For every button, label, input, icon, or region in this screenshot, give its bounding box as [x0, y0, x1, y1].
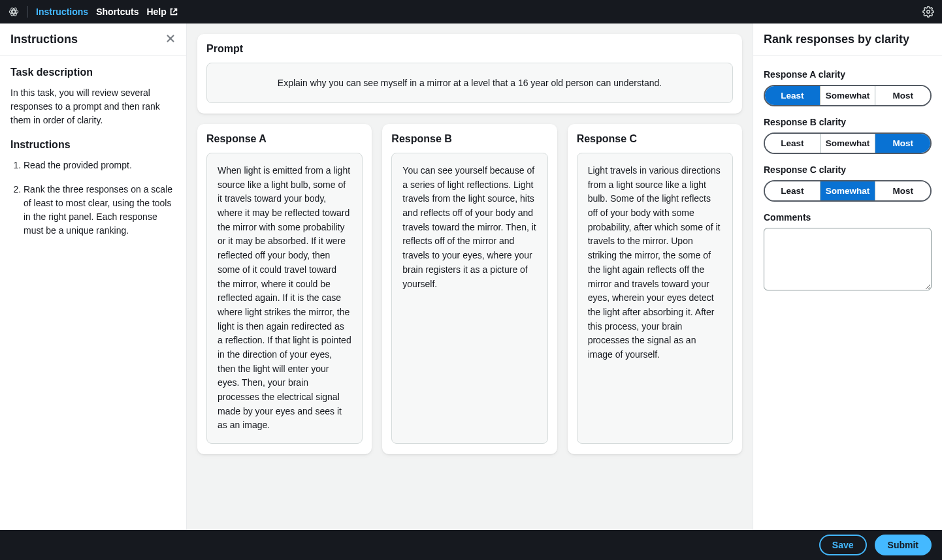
content-panel: Prompt Explain why you can see myself in… — [187, 23, 753, 530]
instructions-title: Instructions — [10, 33, 78, 46]
instruction-step: Rank the three responses on a scale of l… — [24, 183, 176, 238]
task-description-heading: Task description — [10, 67, 176, 78]
response-b-least-button[interactable]: Least — [765, 134, 820, 153]
nav-help-label: Help — [146, 7, 166, 17]
response-a-text: When light is emitted from a light sourc… — [206, 153, 363, 444]
response-b-most-button[interactable]: Most — [875, 134, 930, 153]
instructions-heading: Instructions — [10, 139, 176, 151]
prompt-card: Prompt Explain why you can see myself in… — [197, 34, 742, 114]
response-a-least-button[interactable]: Least — [765, 86, 820, 105]
prompt-label: Prompt — [206, 43, 733, 55]
topbar: Instructions Shortcuts Help — [0, 0, 942, 23]
close-instructions-button[interactable] — [165, 33, 176, 46]
response-b-clarity-selector: Least Somewhat Most — [764, 132, 932, 154]
response-c-card: Response C Light travels in various dire… — [568, 124, 742, 454]
comments-label: Comments — [764, 212, 932, 223]
response-b-text: You can see yourself because of a series… — [391, 153, 547, 444]
response-a-label: Response A — [206, 133, 363, 145]
close-icon — [165, 33, 176, 44]
bottombar: Save Submit — [0, 530, 942, 560]
ranking-header: Rank responses by clarity — [753, 23, 942, 56]
response-c-least-button[interactable]: Least — [765, 181, 820, 200]
response-c-clarity-label: Response C clarity — [764, 164, 932, 175]
response-a-clarity-selector: Least Somewhat Most — [764, 85, 932, 106]
instructions-body: Task description In this task, you will … — [0, 56, 186, 258]
response-a-most-button[interactable]: Most — [875, 86, 930, 105]
nav-instructions[interactable]: Instructions — [36, 7, 88, 17]
response-b-label: Response B — [391, 133, 547, 145]
svg-point-4 — [927, 10, 930, 14]
gear-icon — [922, 6, 934, 18]
instruction-step: Read the provided prompt. — [24, 159, 176, 172]
response-b-somewhat-button[interactable]: Somewhat — [820, 134, 876, 153]
settings-button[interactable] — [922, 6, 934, 18]
nav-shortcuts[interactable]: Shortcuts — [96, 7, 138, 17]
instructions-list: Read the provided prompt. Rank the three… — [10, 159, 176, 238]
ranking-body: Response A clarity Least Somewhat Most R… — [753, 56, 942, 303]
nav-help[interactable]: Help — [146, 7, 178, 17]
comments-input[interactable] — [764, 228, 932, 290]
response-b-clarity-label: Response B clarity — [764, 117, 932, 127]
instructions-panel: Instructions Task description In this ta… — [0, 23, 187, 530]
ranking-title: Rank responses by clarity — [764, 33, 932, 46]
response-b-card: Response B You can see yourself because … — [382, 124, 557, 454]
prompt-text: Explain why you can see myself in a mirr… — [206, 63, 733, 103]
response-c-most-button[interactable]: Most — [875, 181, 930, 200]
instructions-header: Instructions — [0, 23, 186, 56]
svg-point-0 — [12, 10, 16, 14]
response-c-text: Light travels in various directions from… — [577, 153, 733, 444]
topbar-divider — [27, 6, 28, 18]
response-a-somewhat-button[interactable]: Somewhat — [820, 86, 876, 105]
external-link-icon — [169, 7, 178, 16]
main-row: Instructions Task description In this ta… — [0, 23, 942, 530]
app-logo-icon — [8, 6, 20, 18]
ranking-panel: Rank responses by clarity Response A cla… — [753, 23, 942, 530]
response-c-clarity-selector: Least Somewhat Most — [764, 180, 932, 202]
response-c-somewhat-button[interactable]: Somewhat — [820, 181, 876, 200]
task-description-text: In this task, you will review several re… — [10, 86, 176, 127]
save-button[interactable]: Save — [819, 535, 867, 555]
submit-button[interactable]: Submit — [875, 535, 932, 555]
response-a-clarity-label: Response A clarity — [764, 69, 932, 80]
response-a-card: Response A When light is emitted from a … — [197, 124, 372, 454]
response-c-label: Response C — [577, 133, 733, 145]
responses-row: Response A When light is emitted from a … — [197, 124, 742, 454]
